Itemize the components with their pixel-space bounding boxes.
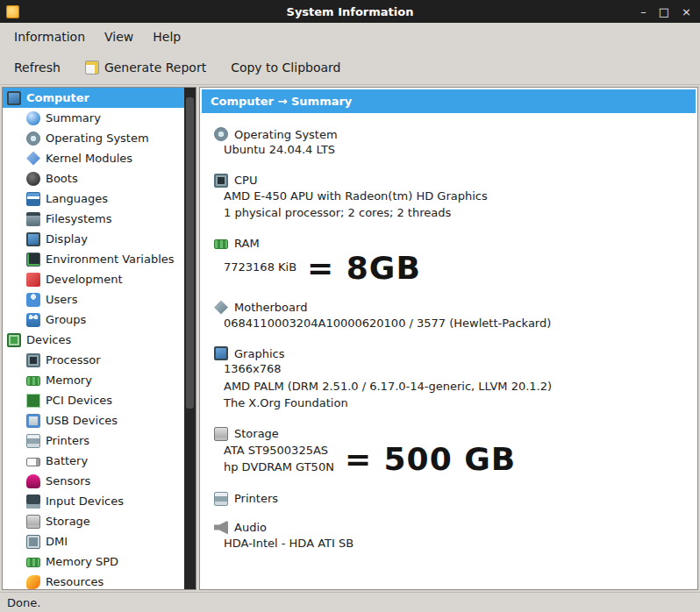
annotation-text: = 8GB [307, 250, 421, 286]
sidebar-item-development[interactable]: Development [3, 269, 184, 289]
menu-help[interactable]: Help [144, 26, 189, 47]
resources-icon [26, 575, 40, 589]
section-cpu: CPUAMD E-450 APU with Radeon(tm) HD Grap… [214, 174, 683, 222]
detail-line: 1366x768 [224, 360, 552, 378]
section-storage: StorageATA ST9500325AShp DVDRAM GT50N= 5… [214, 427, 683, 477]
detail-line: 7723168 KiB [224, 259, 296, 276]
annotation-text: = 500 GB [345, 441, 516, 477]
sidebar-item-usb-devices[interactable]: USB Devices [3, 410, 184, 431]
printers-icon [26, 434, 40, 448]
tree-item-label: DMI [46, 535, 68, 548]
sidebar-item-computer[interactable]: Computer [3, 88, 184, 108]
summary-sections: Operating SystemUbuntu 24.04.4 LTSCPUAMD… [200, 115, 697, 566]
sidebar-tree: ComputerSummaryOperating SystemKernel Mo… [3, 88, 184, 589]
sidebar-item-operating-system[interactable]: Operating System [3, 128, 184, 148]
refresh-button[interactable]: Refresh [9, 57, 66, 78]
sidebar-item-groups[interactable]: Groups [3, 310, 184, 330]
toolbar-button-label: Generate Report [104, 60, 206, 75]
tree-item-label: Devices [26, 333, 71, 346]
copy-to-clipboard-button[interactable]: Copy to Clipboard [225, 57, 346, 78]
detail-line: AMD E-450 APU with Radeon(tm) HD Graphic… [224, 188, 488, 205]
detail-line: hp DVDRAM GT50N [224, 459, 334, 476]
tree-item-label: Operating System [46, 132, 149, 145]
section-graphics: Graphics1366x768AMD PALM (DRM 2.51.0 / 6… [214, 346, 683, 412]
sidebar-item-languages[interactable]: Languages [3, 189, 184, 209]
sidebar-item-memory[interactable]: Memory [3, 370, 184, 390]
section-printers: Printers [214, 492, 683, 506]
sidebar-item-environment-variables[interactable]: Environment Variables [3, 249, 184, 269]
input-devices-icon [26, 495, 40, 509]
summary-icon [26, 111, 40, 125]
tree-item-label: Display [46, 232, 88, 246]
titlebar: System Information – □ × [0, 0, 700, 23]
status-text: Done. [7, 596, 40, 609]
boots-icon [26, 172, 40, 186]
menu-information[interactable]: Information [5, 26, 94, 47]
sidebar-item-display[interactable]: Display [3, 229, 184, 249]
sidebar-item-boots[interactable]: Boots [3, 168, 184, 189]
sidebar-item-users[interactable]: Users [3, 289, 184, 310]
sidebar-item-pci-devices[interactable]: PCI Devices [3, 390, 184, 410]
sidebar-scrollbar[interactable] [184, 88, 196, 589]
close-icon[interactable]: × [682, 6, 691, 18]
tree-item-label: USB Devices [46, 414, 118, 427]
filesystems-icon [26, 212, 40, 226]
menu-bar: InformationViewHelp [0, 23, 700, 51]
usb-devices-icon [26, 414, 40, 428]
scrollbar-thumb[interactable] [186, 97, 194, 409]
tree-item-label: Printers [46, 434, 89, 447]
memory-icon [26, 376, 40, 386]
section-motherboard: Motherboard0684110003204A10000620100 / 3… [214, 301, 683, 332]
environment-variables-icon [26, 253, 40, 267]
tree-item-label: Development [46, 273, 123, 286]
ram-icon [214, 239, 228, 249]
detail-line: ATA ST9500325AS [224, 442, 334, 459]
breadcrumb: Computer → Summary [202, 89, 696, 113]
sidebar-item-memory-spd[interactable]: Memory SPD [3, 552, 184, 572]
sidebar-item-processor[interactable]: Processor [3, 350, 184, 370]
menu-view[interactable]: View [96, 26, 142, 47]
section-title: Storage [234, 427, 279, 440]
tree-item-label: Kernel Modules [46, 152, 132, 165]
kernel-modules-icon [26, 152, 40, 166]
content-panel: Computer → Summary Operating SystemUbunt… [199, 87, 698, 590]
sidebar-item-devices[interactable]: Devices [3, 330, 184, 350]
section-title: CPU [234, 174, 257, 187]
sidebar-item-summary[interactable]: Summary [3, 108, 184, 128]
tree-item-label: Summary [46, 111, 101, 125]
sidebar-item-input-devices[interactable]: Input Devices [3, 491, 184, 511]
printers-icon [214, 492, 228, 506]
sidebar-item-printers[interactable]: Printers [3, 431, 184, 451]
section-title: Printers [234, 492, 278, 505]
detail-line: The X.Org Foundation [224, 395, 552, 412]
detail-line: Ubuntu 24.04.4 LTS [224, 141, 335, 159]
motherboard-icon [214, 301, 228, 315]
maximize-icon[interactable]: □ [659, 6, 669, 18]
tree-item-label: Resources [46, 575, 104, 588]
toolbar: RefreshGenerate ReportCopy to Clipboard [0, 51, 700, 85]
window-controls: – □ × [640, 6, 700, 18]
tree-item-label: Environment Variables [46, 253, 175, 266]
pci-devices-icon [26, 394, 40, 408]
sidebar-item-filesystems[interactable]: Filesystems [3, 209, 184, 229]
minimize-icon[interactable]: – [640, 6, 646, 18]
app-icon [6, 5, 19, 18]
tree-item-label: PCI Devices [46, 394, 112, 407]
sidebar-item-sensors[interactable]: Sensors [3, 471, 184, 491]
tree-item-label: Users [46, 293, 77, 306]
languages-icon [26, 192, 40, 206]
sidebar-item-kernel-modules[interactable]: Kernel Modules [3, 148, 184, 168]
detail-line: AMD PALM (DRM 2.51.0 / 6.17.0-14-generic… [224, 378, 552, 395]
sidebar: ComputerSummaryOperating SystemKernel Mo… [2, 87, 196, 590]
generate-report-button[interactable]: Generate Report [80, 57, 211, 78]
processor-icon [26, 353, 40, 367]
sidebar-item-storage[interactable]: Storage [3, 511, 184, 531]
computer-icon [7, 91, 21, 105]
tree-item-label: Memory [46, 374, 92, 387]
sidebar-item-battery[interactable]: Battery [3, 451, 184, 471]
sidebar-item-resources[interactable]: Resources [3, 572, 184, 589]
sidebar-item-dmi[interactable]: DMI [3, 531, 184, 552]
sensors-icon [26, 474, 40, 488]
storage-icon [214, 427, 228, 441]
app-window: System Information – □ × InformationView… [0, 0, 700, 612]
